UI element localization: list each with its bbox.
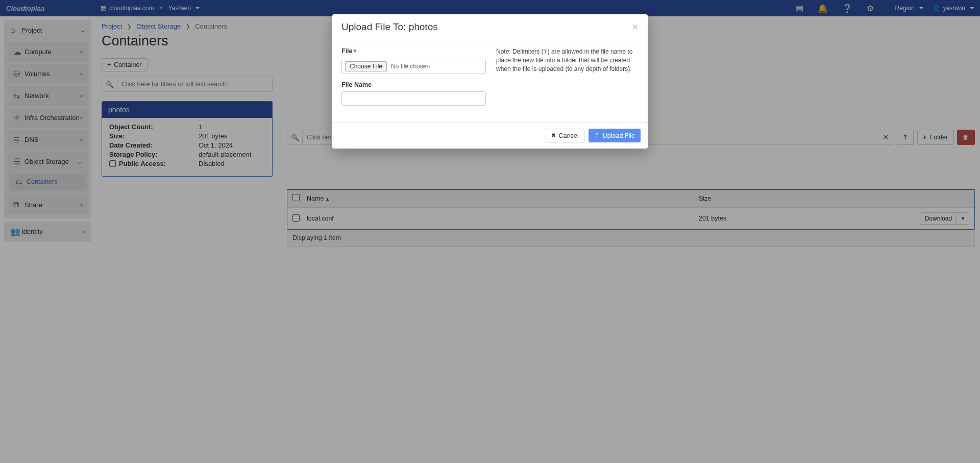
upload-icon: ⤒: [594, 132, 600, 139]
file-label: File*: [341, 47, 486, 56]
upload-modal: Upload File To: photos × File* Choose Fi…: [332, 14, 648, 149]
required-icon: *: [354, 47, 356, 56]
filename-field-group: File Name: [341, 81, 486, 106]
close-icon[interactable]: ×: [632, 21, 639, 33]
upload-file-button[interactable]: ⤒ Upload File: [589, 129, 641, 142]
button-label: Upload File: [603, 132, 635, 139]
filename-input[interactable]: [341, 91, 486, 106]
button-label: Cancel: [559, 132, 579, 139]
modal-note: Note: Delimiters ('/') are allowed in th…: [496, 47, 639, 113]
file-input-wrap[interactable]: Choose File No file chosen: [341, 59, 486, 74]
file-field-group: File* Choose File No file chosen: [341, 47, 486, 74]
modal-overlay: Upload File To: photos × File* Choose Fi…: [0, 0, 980, 463]
cancel-button[interactable]: ✖ Cancel: [546, 129, 584, 142]
choose-file-button[interactable]: Choose File: [345, 61, 387, 71]
filename-label: File Name: [341, 81, 486, 88]
close-icon: ✖: [551, 132, 556, 139]
modal-title: Upload File To: photos: [341, 21, 632, 33]
file-status: No file chosen: [391, 63, 430, 70]
